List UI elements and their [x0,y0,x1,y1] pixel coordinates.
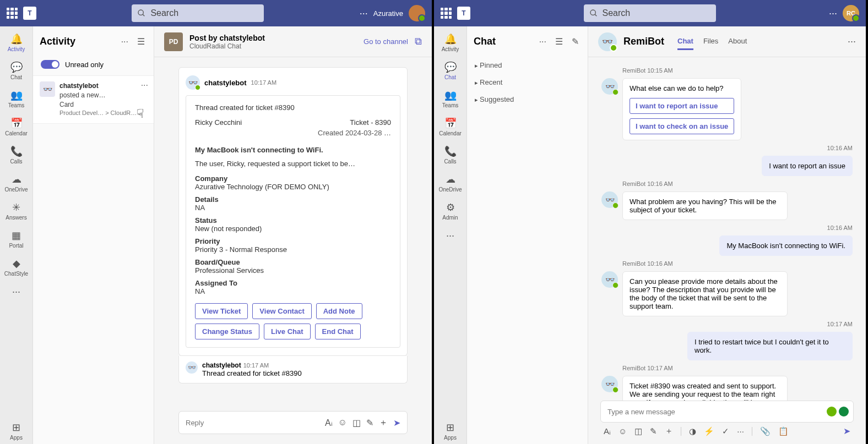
unread-toggle[interactable] [41,60,59,69]
teams-logo-icon: T [23,7,36,20]
approvals-icon[interactable]: ✓ [722,426,729,436]
rail-item-admin[interactable]: ⚙Admin [435,198,466,224]
rail-item-portal[interactable]: ▦Portal [1,226,32,252]
titlebar-more-icon[interactable]: ··· [829,8,837,19]
apps-icon: ⊞ [444,421,457,434]
calls-icon: 📞 [444,145,457,157]
svg-point-2 [590,10,595,15]
search-box[interactable]: Search [132,4,264,22]
user-avatar[interactable] [409,5,425,21]
message-meta: RemiBot 10:15 AM [622,67,853,74]
compose-input[interactable]: Type a new message [600,401,854,423]
rail-item-answers[interactable]: ✳Answers [1,198,32,224]
rail-label: Activity [442,46,459,52]
view-ticket-button[interactable]: View Ticket [195,303,248,319]
go-to-channel-link[interactable]: Go to channel [364,37,408,46]
rail-item-onedrive[interactable]: ☁OneDrive [1,170,32,196]
portal-icon: ▦ [10,229,23,242]
rail-more-icon[interactable]: ··· [1,282,32,301]
live-chat-button[interactable]: Live Chat [264,324,311,339]
rail-item-onedrive[interactable]: ☁OneDrive [435,170,466,196]
actions-icon[interactable]: ⚡ [704,426,714,436]
suggested-action-button[interactable]: I want to report an issue [630,98,734,114]
entry-avatar-icon: 👓 [40,81,55,97]
bot-message-bubble: Ticket #8390 was created and sent to sup… [622,376,788,401]
send-icon[interactable]: ➤ [393,418,400,428]
chat-section-pinned[interactable]: Pinned [475,61,580,69]
app-launcher-icon[interactable] [7,8,18,19]
format-icon[interactable]: Aᵢ [604,426,611,436]
gif-icon[interactable]: ◫ [352,418,361,428]
plus-icon[interactable]: ＋ [379,417,388,429]
add-note-button[interactable]: Add Note [316,303,362,319]
tab-about[interactable]: About [728,34,747,50]
chat-section-suggested[interactable]: Suggested [475,95,580,103]
format-icon[interactable]: Aᵢ [325,418,333,428]
suggested-action-button[interactable]: I want to check on an issue [630,118,734,134]
chat-filter-icon[interactable]: ☰ [553,34,565,49]
rail-item-calendar[interactable]: 📅Calendar [435,114,466,140]
chat-more-icon[interactable]: ··· [537,35,549,49]
app-launcher-icon[interactable] [441,8,452,19]
end-chat-button[interactable]: End Chat [315,324,361,339]
sticker-icon[interactable]: ✎ [366,418,373,428]
rail-label: Admin [442,215,458,221]
svg-line-1 [143,14,144,16]
change-status-button[interactable]: Change Status [195,324,259,339]
rail-item-calls[interactable]: 📞Calls [435,142,466,168]
entry-more-icon[interactable]: ··· [141,80,148,90]
rail-item-calls[interactable]: 📞Calls [1,142,32,168]
rail-apps[interactable]: ⊞Apps [1,418,32,444]
bot-message-row: 👓What else can we do to help?I want to r… [601,78,853,140]
open-app-icon[interactable]: ⧉ [415,36,422,47]
right-window: T Search ··· RC 🔔Activity💬Chat👥Teams📅Cal… [434,0,868,444]
schedule-icon[interactable]: 📋 [778,426,789,436]
entry-line2: posted a new… [59,91,147,100]
message-text: What problem are you having? This will b… [630,198,780,214]
post-author-avatar-icon: 👓 [186,75,200,90]
chat-section-recent[interactable]: Recent [475,78,580,86]
rail-item-chat[interactable]: 💬Chat [1,58,32,84]
view-contact-button[interactable]: View Contact [252,303,311,319]
activity-filter-icon[interactable]: ☰ [135,34,147,49]
plus-icon[interactable]: ＋ [665,426,673,436]
reply-box[interactable]: Reply Aᵢ ☺ ◫ ✎ ＋ ➤ [178,411,408,434]
rail-item-calendar[interactable]: 📅Calendar [1,114,32,140]
titlebar-more-icon[interactable]: ··· [360,8,368,19]
teams-logo-icon: T [457,7,470,20]
rail-item-teams[interactable]: 👥Teams [435,86,466,112]
message-meta: 10:16 AM [601,145,853,151]
activity-entry[interactable]: 👓 chatstylebot posted a new… Card Produc… [33,75,154,124]
compose-area: Type a new message Aᵢ ☺ ◫ ✎ ＋ ◑ ⚡ ✓ ··· … [600,401,854,436]
rail-item-activity[interactable]: 🔔Activity [435,30,466,56]
bot-more-icon[interactable]: ··· [848,36,856,47]
tab-chat[interactable]: Chat [677,34,693,50]
loop-icon[interactable]: ◑ [689,426,696,436]
bot-avatar-icon: 👓 [601,191,618,208]
emoji-icon[interactable]: ☺ [338,418,347,427]
rail-item-chatstyle[interactable]: ◆ChatStyle [1,254,32,280]
sent-message-bubble: I want to report an issue [762,156,853,176]
activity-more-icon[interactable]: ··· [119,35,131,49]
assigned-value: NA [195,287,391,295]
bot-message-bubble: What else can we do to help?I want to re… [622,78,741,140]
rail-item-activity[interactable]: 🔔Activity [1,30,32,56]
send-icon[interactable]: ➤ [843,426,850,436]
tab-files[interactable]: Files [703,34,718,50]
emoji-icon[interactable]: ☺ [619,426,627,436]
user-avatar[interactable]: RC [843,5,859,21]
rail-item-teams[interactable]: 👥Teams [1,86,32,112]
rail-label: Chat [10,74,22,80]
toolbar-divider [681,427,681,436]
more-apps-icon[interactable]: ··· [737,426,744,436]
new-chat-icon[interactable]: ✎ [569,34,581,49]
attach-icon[interactable]: 📎 [760,426,771,436]
rail-apps[interactable]: ⊞Apps [435,418,466,444]
rail-item-chat[interactable]: 💬Chat [435,58,466,84]
search-box[interactable]: Search [584,4,716,22]
bot-message-row: 👓Can you please provide more details abo… [601,271,853,316]
gif-icon[interactable]: ◫ [634,426,642,436]
rail-more-icon[interactable]: ··· [435,226,466,245]
rail-label: Calendar [439,130,462,136]
sticker-icon[interactable]: ✎ [650,426,657,436]
